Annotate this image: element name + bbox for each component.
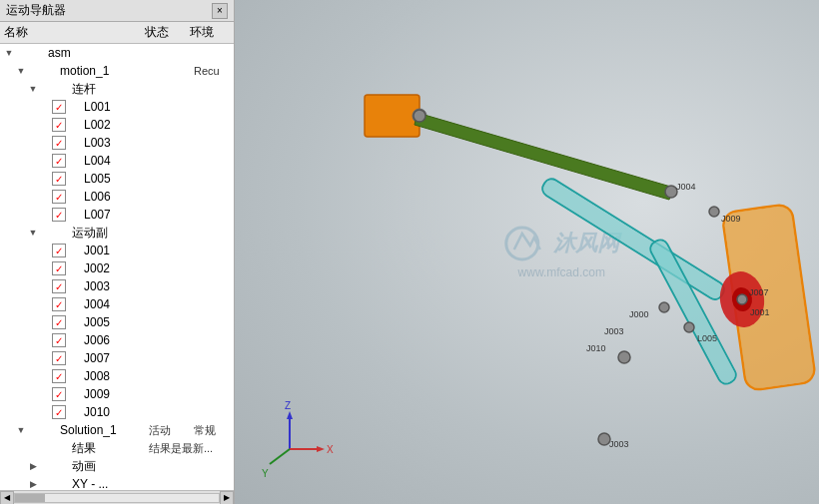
expander-L002 (38, 118, 52, 132)
tree-item-J004[interactable]: J004 (0, 295, 234, 313)
expander-jieguo (26, 441, 40, 455)
tree-label-L005: L005 (84, 172, 149, 186)
tree-label-liangan: 连杆 (72, 81, 149, 98)
tree-item-L007[interactable]: L007 (0, 206, 234, 224)
svg-point-16 (737, 294, 747, 304)
expander-L006 (38, 190, 52, 204)
tree-item-J003[interactable]: J003 (0, 277, 234, 295)
tree-item-liangan[interactable]: ▼连杆 (0, 80, 234, 98)
node-icon-joint (67, 387, 83, 401)
env-Solution_1: 常规 (194, 423, 234, 438)
expander-liangan[interactable]: ▼ (26, 82, 40, 96)
checkbox-L004[interactable] (52, 154, 66, 168)
tree-item-L005[interactable]: L005 (0, 170, 234, 188)
tree-item-L006[interactable]: L006 (0, 188, 234, 206)
expander-asm[interactable]: ▼ (2, 46, 16, 60)
tree-item-J009[interactable]: J009 (0, 385, 234, 403)
checkbox-L003[interactable] (52, 136, 66, 150)
expander-yundongjian[interactable]: ▼ (26, 226, 40, 240)
checkbox-L001[interactable] (52, 100, 66, 114)
node-icon-motion (43, 64, 59, 78)
checkbox-J001[interactable] (52, 244, 66, 257)
node-icon-anim (55, 459, 71, 473)
tree-item-J001[interactable]: J001 (0, 242, 234, 259)
tree-item-yundongjian[interactable]: ▼运动副 (0, 224, 234, 242)
tree-container[interactable]: ▼asm▼motion_1Recu▼连杆L001L002L003L004L005… (0, 44, 234, 490)
svg-rect-6 (541, 178, 726, 301)
checkbox-J010[interactable] (52, 405, 66, 419)
checkbox-J007[interactable] (52, 351, 66, 365)
checkbox-J003[interactable] (52, 279, 66, 293)
checkbox-L006[interactable] (52, 190, 66, 204)
horizontal-scrollbar[interactable]: ◀ ▶ (0, 490, 234, 504)
svg-text:J000: J000 (629, 309, 649, 319)
tree-item-jieguo[interactable]: 结果结果是最新... (0, 439, 234, 457)
tree-label-jieguo: 结果 (72, 440, 149, 457)
tree-label-J008: J008 (84, 369, 149, 383)
expander-Solution_1[interactable]: ▼ (14, 423, 28, 437)
tree-item-J006[interactable]: J006 (0, 331, 234, 349)
checkbox-L007[interactable] (52, 208, 66, 222)
tree-item-L004[interactable]: L004 (0, 152, 234, 170)
close-button[interactable]: × (212, 3, 228, 19)
checkbox-J005[interactable] (52, 315, 66, 329)
node-icon-joint (67, 297, 83, 311)
node-icon-xy (55, 477, 71, 490)
tree-item-xy[interactable]: ▶XY - ... (0, 475, 234, 490)
expander-L005 (38, 172, 52, 186)
expander-motion_1[interactable]: ▼ (14, 64, 28, 78)
expander-xy[interactable]: ▶ (26, 477, 40, 490)
tree-item-J002[interactable]: J002 (0, 259, 234, 277)
node-icon-joint (67, 333, 83, 347)
checkbox-J008[interactable] (52, 369, 66, 383)
tree-item-L002[interactable]: L002 (0, 116, 234, 134)
header-env: 环境 (190, 24, 230, 41)
svg-point-13 (413, 110, 425, 122)
tree-label-J007: J007 (84, 351, 149, 365)
tree-item-asm[interactable]: ▼asm (0, 44, 234, 62)
svg-marker-34 (317, 446, 325, 452)
tree-item-J008[interactable]: J008 (0, 367, 234, 385)
checkbox-J004[interactable] (52, 297, 66, 311)
tree-label-Solution_1: Solution_1 (60, 423, 149, 437)
scroll-track[interactable] (14, 493, 220, 503)
tree-item-L003[interactable]: L003 (0, 134, 234, 152)
node-icon-link (67, 190, 83, 204)
tree-item-donghua[interactable]: ▶动画 (0, 457, 234, 475)
tree-label-L001: L001 (84, 100, 149, 114)
checkbox-J006[interactable] (52, 333, 66, 347)
scroll-left-button[interactable]: ◀ (0, 491, 14, 505)
expander-donghua[interactable]: ▶ (26, 459, 40, 473)
tree-label-J006: J006 (84, 333, 149, 347)
tree-item-J005[interactable]: J005 (0, 313, 234, 331)
svg-text:Z: Z (285, 400, 291, 411)
node-icon-joint (67, 279, 83, 293)
node-icon-link (67, 172, 83, 186)
node-icon-asm (31, 46, 47, 60)
expander-J010 (38, 405, 52, 419)
scroll-thumb[interactable] (15, 494, 45, 502)
tree-label-J009: J009 (84, 387, 149, 401)
node-icon-joint (67, 261, 83, 275)
tree-label-asm: asm (48, 46, 149, 60)
viewport[interactable]: 沐风网 www.mfcad.com J004 (235, 0, 819, 504)
svg-text:J003: J003 (604, 326, 624, 336)
tree-item-L001[interactable]: L001 (0, 98, 234, 116)
scroll-right-button[interactable]: ▶ (220, 491, 234, 505)
svg-point-15 (709, 207, 719, 217)
checkbox-L005[interactable] (52, 172, 66, 186)
expander-J008 (38, 369, 52, 383)
tree-label-L006: L006 (84, 190, 149, 204)
tree-label-motion_1: motion_1 (60, 64, 149, 78)
node-icon-joint (67, 244, 83, 257)
node-icon-joint (67, 405, 83, 419)
tree-item-J010[interactable]: J010 (0, 403, 234, 421)
checkbox-J009[interactable] (52, 387, 66, 401)
tree-item-motion_1[interactable]: ▼motion_1Recu (0, 62, 234, 80)
checkbox-L002[interactable] (52, 118, 66, 132)
tree-item-Solution_1[interactable]: ▼Solution_1活动常规 (0, 421, 234, 439)
node-icon-joint (55, 226, 71, 240)
header-state: 状态 (145, 24, 190, 41)
checkbox-J002[interactable] (52, 261, 66, 275)
tree-item-J007[interactable]: J007 (0, 349, 234, 367)
